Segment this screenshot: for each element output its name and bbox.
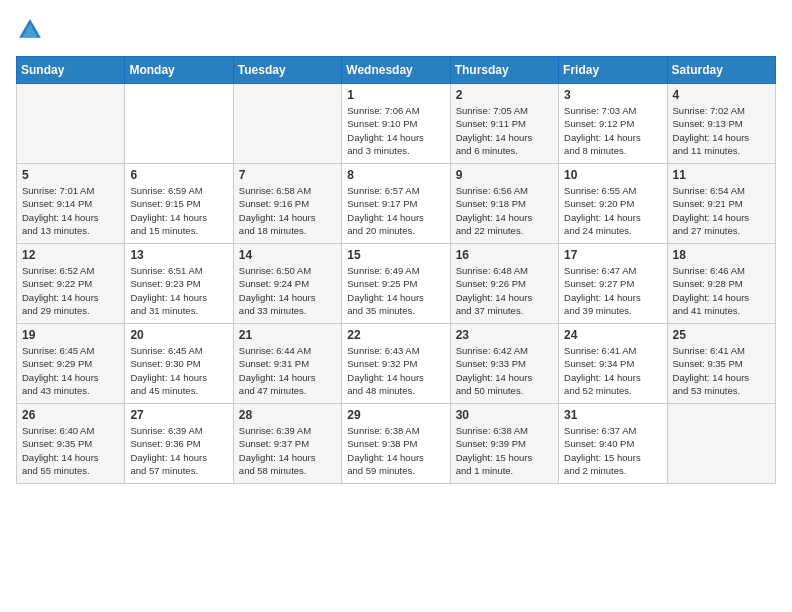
calendar-cell: 23Sunrise: 6:42 AMSunset: 9:33 PMDayligh… <box>450 324 558 404</box>
day-info: Sunrise: 6:55 AMSunset: 9:20 PMDaylight:… <box>564 184 661 237</box>
calendar-cell: 10Sunrise: 6:55 AMSunset: 9:20 PMDayligh… <box>559 164 667 244</box>
page-header <box>16 16 776 44</box>
col-header-saturday: Saturday <box>667 57 775 84</box>
day-number: 15 <box>347 248 444 262</box>
day-number: 11 <box>673 168 770 182</box>
day-number: 2 <box>456 88 553 102</box>
day-info: Sunrise: 7:06 AMSunset: 9:10 PMDaylight:… <box>347 104 444 157</box>
week-row-5: 26Sunrise: 6:40 AMSunset: 9:35 PMDayligh… <box>17 404 776 484</box>
col-header-thursday: Thursday <box>450 57 558 84</box>
week-row-4: 19Sunrise: 6:45 AMSunset: 9:29 PMDayligh… <box>17 324 776 404</box>
day-info: Sunrise: 6:47 AMSunset: 9:27 PMDaylight:… <box>564 264 661 317</box>
day-number: 30 <box>456 408 553 422</box>
day-number: 28 <box>239 408 336 422</box>
logo-icon <box>16 16 44 44</box>
calendar-cell: 17Sunrise: 6:47 AMSunset: 9:27 PMDayligh… <box>559 244 667 324</box>
day-number: 31 <box>564 408 661 422</box>
calendar-cell <box>233 84 341 164</box>
calendar-table: SundayMondayTuesdayWednesdayThursdayFrid… <box>16 56 776 484</box>
day-info: Sunrise: 6:48 AMSunset: 9:26 PMDaylight:… <box>456 264 553 317</box>
calendar-cell: 21Sunrise: 6:44 AMSunset: 9:31 PMDayligh… <box>233 324 341 404</box>
day-number: 5 <box>22 168 119 182</box>
day-info: Sunrise: 6:37 AMSunset: 9:40 PMDaylight:… <box>564 424 661 477</box>
day-info: Sunrise: 6:49 AMSunset: 9:25 PMDaylight:… <box>347 264 444 317</box>
day-info: Sunrise: 6:58 AMSunset: 9:16 PMDaylight:… <box>239 184 336 237</box>
calendar-cell: 18Sunrise: 6:46 AMSunset: 9:28 PMDayligh… <box>667 244 775 324</box>
calendar-cell: 6Sunrise: 6:59 AMSunset: 9:15 PMDaylight… <box>125 164 233 244</box>
calendar-cell: 2Sunrise: 7:05 AMSunset: 9:11 PMDaylight… <box>450 84 558 164</box>
day-info: Sunrise: 6:50 AMSunset: 9:24 PMDaylight:… <box>239 264 336 317</box>
week-row-2: 5Sunrise: 7:01 AMSunset: 9:14 PMDaylight… <box>17 164 776 244</box>
calendar-cell: 16Sunrise: 6:48 AMSunset: 9:26 PMDayligh… <box>450 244 558 324</box>
day-number: 7 <box>239 168 336 182</box>
day-number: 22 <box>347 328 444 342</box>
calendar-cell: 31Sunrise: 6:37 AMSunset: 9:40 PMDayligh… <box>559 404 667 484</box>
calendar-cell: 20Sunrise: 6:45 AMSunset: 9:30 PMDayligh… <box>125 324 233 404</box>
day-info: Sunrise: 6:54 AMSunset: 9:21 PMDaylight:… <box>673 184 770 237</box>
calendar-cell: 26Sunrise: 6:40 AMSunset: 9:35 PMDayligh… <box>17 404 125 484</box>
col-header-friday: Friday <box>559 57 667 84</box>
day-number: 14 <box>239 248 336 262</box>
calendar-cell: 9Sunrise: 6:56 AMSunset: 9:18 PMDaylight… <box>450 164 558 244</box>
day-number: 1 <box>347 88 444 102</box>
day-number: 8 <box>347 168 444 182</box>
day-info: Sunrise: 6:56 AMSunset: 9:18 PMDaylight:… <box>456 184 553 237</box>
calendar-cell: 25Sunrise: 6:41 AMSunset: 9:35 PMDayligh… <box>667 324 775 404</box>
calendar-cell: 1Sunrise: 7:06 AMSunset: 9:10 PMDaylight… <box>342 84 450 164</box>
day-info: Sunrise: 6:38 AMSunset: 9:39 PMDaylight:… <box>456 424 553 477</box>
calendar-cell: 22Sunrise: 6:43 AMSunset: 9:32 PMDayligh… <box>342 324 450 404</box>
day-info: Sunrise: 6:51 AMSunset: 9:23 PMDaylight:… <box>130 264 227 317</box>
calendar-cell: 8Sunrise: 6:57 AMSunset: 9:17 PMDaylight… <box>342 164 450 244</box>
day-number: 18 <box>673 248 770 262</box>
day-info: Sunrise: 7:05 AMSunset: 9:11 PMDaylight:… <box>456 104 553 157</box>
day-info: Sunrise: 6:44 AMSunset: 9:31 PMDaylight:… <box>239 344 336 397</box>
day-info: Sunrise: 6:42 AMSunset: 9:33 PMDaylight:… <box>456 344 553 397</box>
day-info: Sunrise: 6:52 AMSunset: 9:22 PMDaylight:… <box>22 264 119 317</box>
col-header-wednesday: Wednesday <box>342 57 450 84</box>
calendar-cell <box>125 84 233 164</box>
day-info: Sunrise: 7:01 AMSunset: 9:14 PMDaylight:… <box>22 184 119 237</box>
calendar-cell <box>667 404 775 484</box>
day-info: Sunrise: 6:41 AMSunset: 9:34 PMDaylight:… <box>564 344 661 397</box>
day-info: Sunrise: 6:57 AMSunset: 9:17 PMDaylight:… <box>347 184 444 237</box>
day-number: 26 <box>22 408 119 422</box>
calendar-cell: 15Sunrise: 6:49 AMSunset: 9:25 PMDayligh… <box>342 244 450 324</box>
calendar-cell: 5Sunrise: 7:01 AMSunset: 9:14 PMDaylight… <box>17 164 125 244</box>
calendar-cell: 13Sunrise: 6:51 AMSunset: 9:23 PMDayligh… <box>125 244 233 324</box>
day-number: 10 <box>564 168 661 182</box>
calendar-cell: 29Sunrise: 6:38 AMSunset: 9:38 PMDayligh… <box>342 404 450 484</box>
week-row-3: 12Sunrise: 6:52 AMSunset: 9:22 PMDayligh… <box>17 244 776 324</box>
col-header-monday: Monday <box>125 57 233 84</box>
day-number: 4 <box>673 88 770 102</box>
day-number: 17 <box>564 248 661 262</box>
day-info: Sunrise: 6:45 AMSunset: 9:29 PMDaylight:… <box>22 344 119 397</box>
calendar-cell: 11Sunrise: 6:54 AMSunset: 9:21 PMDayligh… <box>667 164 775 244</box>
day-info: Sunrise: 6:45 AMSunset: 9:30 PMDaylight:… <box>130 344 227 397</box>
week-row-1: 1Sunrise: 7:06 AMSunset: 9:10 PMDaylight… <box>17 84 776 164</box>
day-info: Sunrise: 6:43 AMSunset: 9:32 PMDaylight:… <box>347 344 444 397</box>
day-number: 6 <box>130 168 227 182</box>
day-info: Sunrise: 6:38 AMSunset: 9:38 PMDaylight:… <box>347 424 444 477</box>
day-info: Sunrise: 6:39 AMSunset: 9:36 PMDaylight:… <box>130 424 227 477</box>
day-info: Sunrise: 6:41 AMSunset: 9:35 PMDaylight:… <box>673 344 770 397</box>
calendar-cell: 12Sunrise: 6:52 AMSunset: 9:22 PMDayligh… <box>17 244 125 324</box>
day-number: 13 <box>130 248 227 262</box>
logo <box>16 16 48 44</box>
day-number: 20 <box>130 328 227 342</box>
day-number: 29 <box>347 408 444 422</box>
day-number: 9 <box>456 168 553 182</box>
day-number: 25 <box>673 328 770 342</box>
day-number: 21 <box>239 328 336 342</box>
calendar-cell: 30Sunrise: 6:38 AMSunset: 9:39 PMDayligh… <box>450 404 558 484</box>
day-info: Sunrise: 6:46 AMSunset: 9:28 PMDaylight:… <box>673 264 770 317</box>
day-info: Sunrise: 6:59 AMSunset: 9:15 PMDaylight:… <box>130 184 227 237</box>
day-info: Sunrise: 6:39 AMSunset: 9:37 PMDaylight:… <box>239 424 336 477</box>
calendar-cell: 19Sunrise: 6:45 AMSunset: 9:29 PMDayligh… <box>17 324 125 404</box>
col-header-tuesday: Tuesday <box>233 57 341 84</box>
day-number: 12 <box>22 248 119 262</box>
day-number: 24 <box>564 328 661 342</box>
calendar-cell: 7Sunrise: 6:58 AMSunset: 9:16 PMDaylight… <box>233 164 341 244</box>
day-number: 27 <box>130 408 227 422</box>
calendar-cell: 3Sunrise: 7:03 AMSunset: 9:12 PMDaylight… <box>559 84 667 164</box>
day-number: 19 <box>22 328 119 342</box>
